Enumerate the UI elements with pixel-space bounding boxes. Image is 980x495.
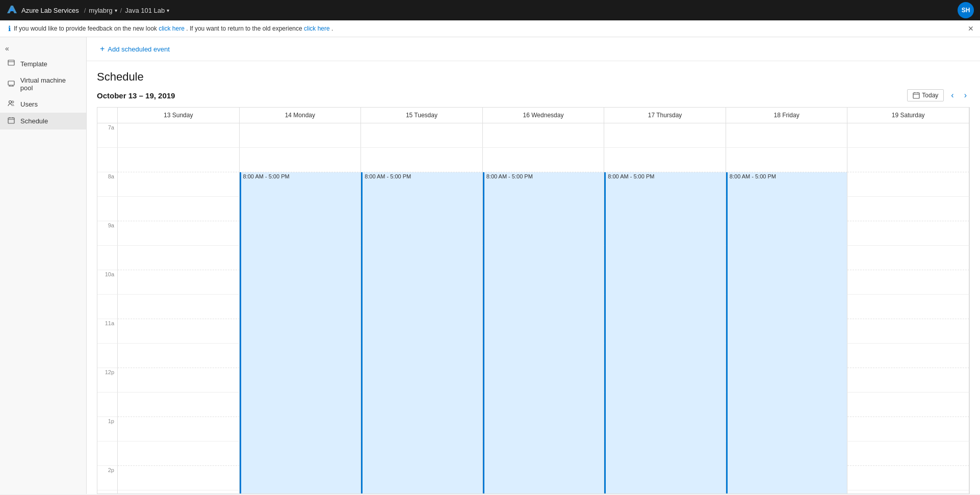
cell-8a-fri[interactable]: 8:00 AM - 5:00 PM ↻ (726, 172, 848, 197)
cell-11ah-sun[interactable] (118, 344, 240, 368)
template-icon (7, 60, 15, 68)
calendar-navigation: October 13 – 19, 2019 Today ‹ › (97, 89, 970, 102)
cell-10a-sat[interactable] (847, 270, 969, 295)
cell-7ah-fri[interactable] (726, 148, 848, 172)
cell-1ph-sat[interactable] (847, 441, 969, 466)
svg-rect-12 (913, 93, 919, 98)
cell-8a-sat[interactable] (847, 172, 969, 197)
time-label-9a: 9a (97, 221, 118, 246)
sidebar-collapse-button[interactable]: « (0, 41, 86, 56)
cell-8ah-sat[interactable] (847, 197, 969, 221)
svg-rect-8 (8, 118, 14, 123)
cell-7a-fri[interactable] (726, 123, 848, 148)
cell-9ah-sat[interactable] (847, 246, 969, 270)
cell-11ah-sat[interactable] (847, 344, 969, 368)
feedback-close-button[interactable]: ✕ (968, 24, 974, 33)
cell-8a-tue[interactable]: 8:00 AM - 5:00 PM ↻ (361, 172, 483, 197)
sidebar-item-users[interactable]: Users (0, 96, 86, 113)
azure-logo-icon (6, 5, 17, 16)
cell-8a-mon[interactable]: 8:00 AM - 5:00 PM ↻ (240, 172, 362, 197)
time-label-7a: 7a (97, 123, 118, 148)
today-button[interactable]: Today (907, 89, 944, 101)
cell-12p-sat[interactable] (847, 368, 969, 393)
event-label-mon: 8:00 AM - 5:00 PM (241, 172, 361, 180)
time-label-8a-half (97, 197, 118, 221)
sidebar: « Template Virtual machine pool Users Sc (0, 37, 87, 494)
event-label-tue: 8:00 AM - 5:00 PM (363, 172, 482, 180)
cell-2ph-sun[interactable] (118, 490, 240, 494)
cell-12p-sun[interactable] (118, 368, 240, 393)
calendar-container: Schedule October 13 – 19, 2019 Today ‹ › (87, 61, 980, 494)
add-event-button[interactable]: + Add scheduled event (97, 42, 173, 56)
users-icon (7, 100, 15, 109)
feedback-link2[interactable]: click here (304, 25, 330, 32)
cell-11a-sun[interactable] (118, 319, 240, 344)
cell-10a-sun[interactable] (118, 270, 240, 295)
breadcrumb-lab[interactable]: Java 101 Lab ▾ (125, 7, 169, 14)
cell-7ah-wed[interactable] (483, 148, 605, 172)
event-block-tue[interactable]: 8:00 AM - 5:00 PM ↻ (361, 172, 482, 494)
cell-7a-mon[interactable] (240, 123, 362, 148)
day-header-1: 14 Monday (240, 108, 362, 123)
time-label-10a: 10a (97, 270, 118, 295)
cell-1p-sun[interactable] (118, 417, 240, 441)
cell-7ah-sun[interactable] (118, 148, 240, 172)
cell-12ph-sun[interactable] (118, 393, 240, 417)
calendar-grid-wrapper[interactable]: 13 Sunday 14 Monday 15 Tuesday 16 Wednes… (97, 107, 970, 494)
cell-1p-sat[interactable] (847, 417, 969, 441)
time-label-12p-half (97, 393, 118, 417)
cell-2ph-sat[interactable] (847, 490, 969, 494)
cell-7ah-mon[interactable] (240, 148, 362, 172)
sidebar-item-vm-pool[interactable]: Virtual machine pool (0, 72, 86, 96)
schedule-title: Schedule (97, 70, 970, 84)
cell-7a-sat[interactable] (847, 123, 969, 148)
time-label-2p: 2p (97, 466, 118, 490)
calendar-grid: 13 Sunday 14 Monday 15 Tuesday 16 Wednes… (97, 108, 969, 494)
cell-9a-sat[interactable] (847, 221, 969, 246)
app-layout: « Template Virtual machine pool Users Sc (0, 37, 980, 494)
prev-week-button[interactable]: ‹ (948, 89, 957, 102)
time-label-8a: 8a (97, 172, 118, 197)
date-range-label: October 13 – 19, 2019 (97, 91, 175, 100)
event-label-fri: 8:00 AM - 5:00 PM (728, 172, 847, 180)
cell-11a-sat[interactable] (847, 319, 969, 344)
collapse-icon: « (5, 44, 9, 53)
cell-7a-tue[interactable] (361, 123, 483, 148)
event-label-thu: 8:00 AM - 5:00 PM (606, 172, 726, 180)
cell-8ah-sun[interactable] (118, 197, 240, 221)
feedback-link1[interactable]: click here (159, 25, 185, 32)
cell-10ah-sat[interactable] (847, 295, 969, 319)
cell-8a-sun[interactable] (118, 172, 240, 197)
cell-1ph-sun[interactable] (118, 441, 240, 466)
sidebar-item-schedule[interactable]: Schedule (0, 113, 86, 129)
cell-7a-thu[interactable] (604, 123, 726, 148)
toolbar: + Add scheduled event (87, 37, 980, 61)
user-avatar[interactable]: SH (958, 2, 974, 18)
time-label-12p: 12p (97, 368, 118, 393)
cell-10ah-sun[interactable] (118, 295, 240, 319)
next-week-button[interactable]: › (961, 89, 970, 102)
event-block-wed[interactable]: 8:00 AM - 5:00 PM ↻ (483, 172, 604, 494)
cell-7ah-sat[interactable] (847, 148, 969, 172)
time-label-1p-half (97, 441, 118, 466)
event-block-fri[interactable]: 8:00 AM - 5:00 PM ↻ (726, 172, 847, 494)
vm-pool-label: Virtual machine pool (20, 76, 79, 92)
event-block-mon[interactable]: 8:00 AM - 5:00 PM ↻ (240, 172, 361, 494)
breadcrumb-mylabrg[interactable]: mylabrg ▾ (89, 7, 117, 14)
cell-2p-sat[interactable] (847, 466, 969, 490)
cell-8a-wed[interactable]: 8:00 AM - 5:00 PM ↻ (483, 172, 605, 197)
users-label: Users (20, 100, 38, 108)
top-navigation-bar: Azure Lab Services / mylabrg ▾ / Java 10… (0, 0, 980, 20)
day-header-2: 15 Tuesday (361, 108, 483, 123)
event-block-thu[interactable]: 8:00 AM - 5:00 PM ↻ (604, 172, 726, 494)
cell-2p-sun[interactable] (118, 466, 240, 490)
cell-7ah-thu[interactable] (604, 148, 726, 172)
cell-7a-sun[interactable] (118, 123, 240, 148)
cell-7ah-tue[interactable] (361, 148, 483, 172)
cell-9a-sun[interactable] (118, 221, 240, 246)
cell-8a-thu[interactable]: 8:00 AM - 5:00 PM ↻ (604, 172, 726, 197)
cell-9ah-sun[interactable] (118, 246, 240, 270)
sidebar-item-template[interactable]: Template (0, 56, 86, 72)
cell-12ph-sat[interactable] (847, 393, 969, 417)
cell-7a-wed[interactable] (483, 123, 605, 148)
